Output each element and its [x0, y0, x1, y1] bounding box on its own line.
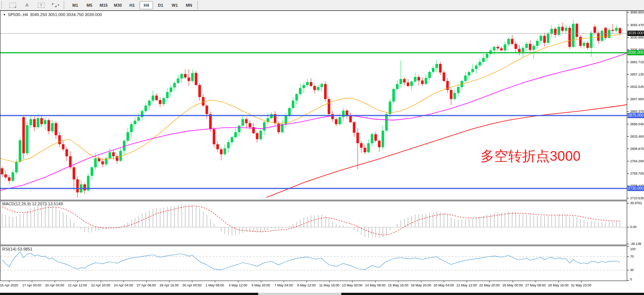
timeframe-button-H4[interactable]: H4: [140, 1, 153, 9]
rsi-tick-label: 30: [630, 268, 634, 272]
timeframe-button-M30[interactable]: M30: [111, 1, 125, 9]
time-tick-label: 22 May 20:00: [479, 283, 500, 287]
time-tick-label: 21 May 12:00: [457, 283, 477, 287]
time-tick-label: 1 May 08:00: [206, 283, 225, 287]
price-tag-3000[interactable]: 3000.000: [628, 50, 644, 55]
timeframe-button-MN[interactable]: MN: [182, 1, 196, 9]
time-tick-label: 14 May 08:00: [365, 283, 385, 287]
rsi-tick-label: 0: [630, 277, 632, 281]
chart-title-symbol: SP500-,H4: [8, 12, 28, 17]
time-tick-label: 15 May 16:00: [388, 283, 408, 287]
label-tool-button[interactable]: A: [20, 1, 34, 10]
time-tick-label: 7 May 04:00: [274, 283, 293, 287]
time-tick-label: 11 May 16:00: [319, 283, 339, 287]
textbox-tool-button[interactable]: T: [34, 1, 48, 10]
timeframe-button-M5[interactable]: M5: [83, 1, 96, 9]
toolbar-grip[interactable]: [1, 1, 4, 9]
price-tick-label: 2710.535: [630, 196, 644, 200]
price-tick-label: 2759.705: [630, 171, 644, 175]
time-tick-label: 18 May 20:00: [411, 283, 431, 287]
price-tick-label: 3055.470: [630, 23, 644, 27]
price-tick-label: 2932.545: [630, 84, 644, 89]
toolbar-grip[interactable]: [197, 1, 201, 9]
timeframe-button-M1[interactable]: M1: [68, 1, 82, 9]
macd-tick-label: 39.9762: [630, 201, 642, 205]
time-tick-label: 8 May 12:00: [297, 283, 316, 287]
rsi-tick-label: 70: [630, 254, 634, 258]
time-tick-label: 27 May 08:00: [525, 283, 546, 287]
toolbar-grip[interactable]: [64, 1, 67, 9]
chart-title: ▼ SP500-,H4 3049.250 3051.000 3034.750 3…: [3, 12, 102, 17]
time-tick-label: 22 Apr 20:00: [91, 283, 110, 287]
macd-label: MACD(12,26,9) 12.2073 13.5149: [2, 202, 63, 206]
price-tick-label: 2957.130: [630, 72, 644, 76]
price-tick-label: 2784.290: [630, 159, 644, 163]
frame-icon: F: [9, 3, 16, 8]
bottom-rail-segment: [341, 293, 644, 295]
chart-title-ohlc: 3049.250 3051.000 3034.750 3039.000: [30, 12, 102, 17]
time-tick-label: 15 Apr 2020: [0, 283, 18, 287]
text-label-icon: A: [25, 2, 28, 8]
time-tick-label: 13 May 00:00: [342, 283, 363, 287]
textbox-icon: T: [38, 3, 45, 8]
time-tick-label: 26 May 00:00: [502, 283, 523, 287]
bottom-rail-segment: [0, 293, 258, 295]
price-tick-label: 2858.045: [630, 122, 644, 126]
chevron-down-icon[interactable]: ▾: [58, 3, 59, 7]
time-tick-label: 28 Apr 16:00: [160, 283, 179, 287]
time-tick-label: 28 May 16:00: [548, 283, 568, 287]
bottom-rail: [0, 293, 644, 295]
price-tag-2875[interactable]: 2875.000: [628, 113, 644, 118]
timeframe-button-W1[interactable]: W1: [168, 1, 181, 9]
rsi-tick-label: 100: [630, 247, 636, 251]
time-tick-label: 30 Apr 00:00: [183, 283, 202, 287]
time-tick-label: 4 May 12:00: [229, 283, 247, 287]
timeframe-button-H1[interactable]: H1: [125, 1, 139, 9]
time-tick-label: 27 Apr 08:00: [137, 283, 156, 287]
arrows-icon: [52, 3, 57, 7]
frame-tool-button[interactable]: F: [6, 1, 19, 10]
time-tick-label: 17 Apr 00:00: [22, 283, 42, 287]
macd-tick-label: 0.00: [630, 225, 637, 229]
price-tick-label: 2808.875: [630, 147, 644, 151]
rsi-label: RSI(14) 53.9851: [2, 247, 33, 251]
price-tick-label: 2981.715: [630, 60, 644, 64]
timeframe-group: M1M5M15M30H1H4D1W1MN: [68, 1, 196, 9]
arrows-tool-button[interactable]: ▾: [49, 1, 62, 10]
time-tick-label: 21 Apr 12:00: [68, 283, 87, 287]
price-tick-label: 2833.460: [630, 134, 644, 138]
time-tick-label: 20 Apr 04:00: [45, 283, 64, 287]
timeframe-button-M15[interactable]: M15: [97, 1, 110, 9]
time-tick-label: 5 May 20:00: [251, 283, 270, 287]
trading-terminal: F A T ▾ M1M5M15M30H1H4D1W1MN ▼ SP500-,H4…: [0, 0, 644, 295]
macd-tick-label: -28.138: [630, 242, 641, 246]
price-tag-current: 3039.000: [628, 31, 644, 36]
time-tick-label: 20 May 04:00: [434, 283, 454, 287]
price-tick-label: 2907.960: [630, 97, 644, 101]
symbol-dropdown-icon[interactable]: ▼: [3, 13, 6, 16]
time-axis[interactable]: 15 Apr 202017 Apr 00:0020 Apr 04:0021 Ap…: [0, 281, 627, 292]
chart-annotation-text[interactable]: 多空转折点3000: [480, 147, 580, 166]
time-tick-label: 24 Apr 04:00: [114, 283, 133, 287]
toolbar: F A T ▾ M1M5M15M30H1H4D1W1MN: [0, 0, 644, 10]
timeframe-button-D1[interactable]: D1: [154, 1, 167, 9]
time-tick-label: 31 May 23:00: [571, 283, 592, 287]
price-tag-2730[interactable]: 2730.000: [628, 186, 644, 191]
price-tick-label: 3080.800: [630, 10, 644, 14]
